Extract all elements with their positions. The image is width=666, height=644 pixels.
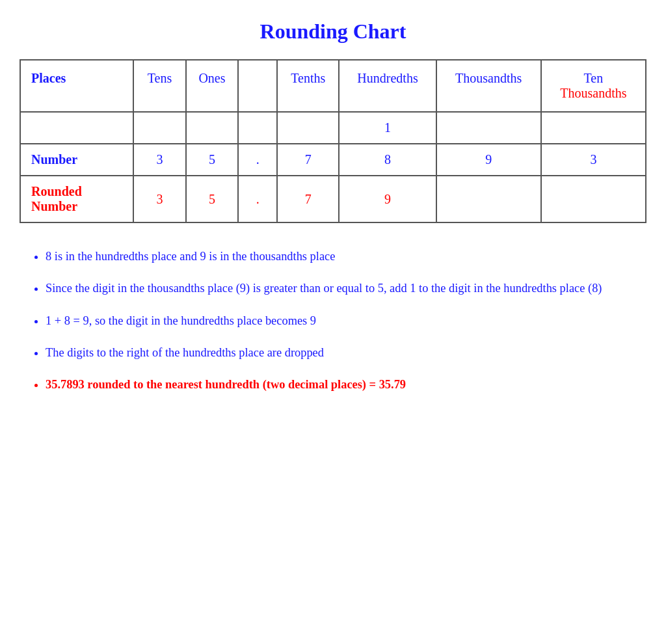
bullet-list: 8 is in the hundredths place and 9 is in… <box>46 247 646 395</box>
header-ten-thousandths: Ten Thousandths <box>541 60 646 112</box>
rounding-chart-table: Places Tens Ones Tenths Hundredths Thous… <box>20 59 646 223</box>
carry-hundredths: 1 <box>339 112 436 144</box>
rounded-ones: 5 <box>186 176 238 222</box>
rounded-dot: . <box>238 176 277 222</box>
number-thousandths: 9 <box>436 144 541 176</box>
bullet-item-1: Since the digit in the thousandths place… <box>46 278 646 299</box>
carry-dot <box>238 112 277 144</box>
number-ten-thousandths: 3 <box>541 144 646 176</box>
header-tens: Tens <box>133 60 185 112</box>
header-dot <box>238 60 277 112</box>
header-hundredths: Hundredths <box>339 60 436 112</box>
rounded-tens: 3 <box>133 176 185 222</box>
number-hundredths: 8 <box>339 144 436 176</box>
rounded-ten-thousandths <box>541 176 646 222</box>
carry-row: 1 <box>20 112 646 144</box>
header-row: Places Tens Ones Tenths Hundredths Thous… <box>20 60 646 112</box>
rounded-thousandths <box>436 176 541 222</box>
number-tenths: 7 <box>277 144 339 176</box>
rounded-row: Rounded Number 3 5 . 7 9 <box>20 176 646 222</box>
bullet-item-4: 35.7893 rounded to the nearest hundredth… <box>46 375 646 395</box>
number-ones: 5 <box>186 144 238 176</box>
header-places: Places <box>20 60 133 112</box>
rounded-tenths: 7 <box>277 176 339 222</box>
page-title: Rounding Chart <box>20 20 646 44</box>
rounded-hundredths: 9 <box>339 176 436 222</box>
carry-thousandths <box>436 112 541 144</box>
header-tenths: Tenths <box>277 60 339 112</box>
number-label: Number <box>20 144 133 176</box>
carry-tens <box>133 112 185 144</box>
carry-tenths <box>277 112 339 144</box>
header-ones: Ones <box>186 60 238 112</box>
header-thousandths: Thousandths <box>436 60 541 112</box>
carry-ones <box>186 112 238 144</box>
number-dot: . <box>238 144 277 176</box>
bullet-item-2: 1 + 8 = 9, so the digit in the hundredth… <box>46 311 646 331</box>
number-tens: 3 <box>133 144 185 176</box>
bullet-item-0: 8 is in the hundredths place and 9 is in… <box>46 247 646 267</box>
carry-label <box>20 112 133 144</box>
number-row: Number 3 5 . 7 8 9 3 <box>20 144 646 176</box>
bullet-item-3: The digits to the right of the hundredth… <box>46 343 646 363</box>
carry-ten-thousandths <box>541 112 646 144</box>
rounded-label: Rounded Number <box>20 176 133 222</box>
